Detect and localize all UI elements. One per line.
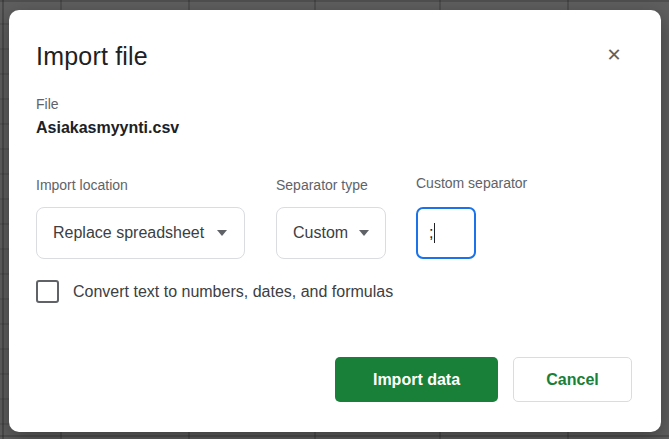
custom-separator-label: Custom separator: [416, 175, 527, 191]
separator-type-label: Separator type: [276, 177, 368, 193]
custom-separator-value: ;: [429, 224, 433, 242]
convert-text-checkbox[interactable]: [36, 280, 59, 303]
custom-separator-input[interactable]: ;: [416, 207, 476, 259]
row-border: [0, 435, 669, 437]
close-icon[interactable]: ✕: [595, 36, 633, 74]
chevron-down-icon: [217, 230, 227, 236]
text-cursor: [434, 223, 436, 243]
dialog-title: Import file: [36, 42, 148, 71]
file-label: File: [36, 96, 59, 112]
convert-text-row: Convert text to numbers, dates, and form…: [36, 280, 393, 303]
import-file-dialog: Import file ✕ File Asiakasmyynti.csv Imp…: [9, 10, 661, 432]
convert-text-label: Convert text to numbers, dates, and form…: [73, 283, 393, 301]
file-name: Asiakasmyynti.csv: [36, 119, 179, 137]
import-location-value: Replace spreadsheet: [53, 224, 204, 242]
cancel-button[interactable]: Cancel: [513, 357, 632, 402]
row-header-border: [2, 0, 4, 439]
import-data-button[interactable]: Import data: [335, 357, 498, 402]
separator-type-dropdown[interactable]: Custom: [276, 207, 386, 259]
import-location-dropdown[interactable]: Replace spreadsheet: [36, 207, 245, 259]
chevron-down-icon: [359, 230, 369, 236]
separator-type-value: Custom: [293, 224, 348, 242]
import-location-label: Import location: [36, 177, 128, 193]
row-border: [0, 0, 669, 2]
